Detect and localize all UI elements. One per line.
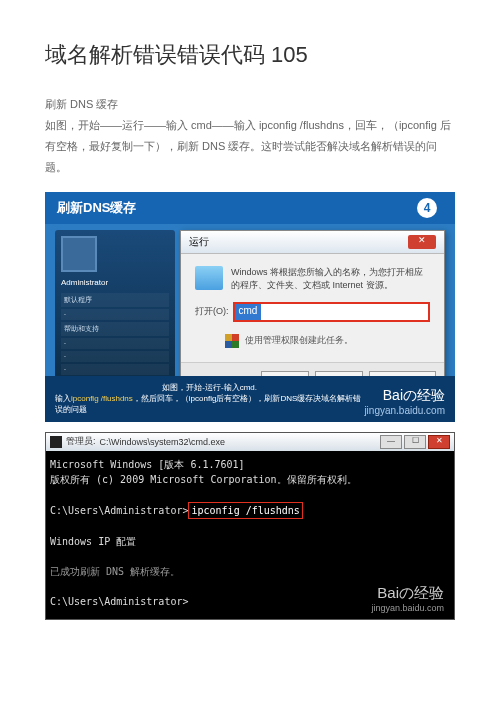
cmd-icon (50, 436, 62, 448)
username-label: Administrator (55, 278, 175, 291)
menu-item: · (61, 364, 169, 375)
run-dialog: 运行 ✕ Windows 将根据您所输入的名称，为您打开相应的程序、文件夹、文档… (180, 230, 445, 401)
cmd-titlebar-path: C:\Windows\system32\cmd.exe (100, 437, 226, 447)
run-icon (195, 266, 223, 290)
watermark: Baiの经验 jingyan.baidu.com (364, 387, 445, 416)
page-title: 域名解析错误错误代码 105 (45, 40, 455, 70)
minimize-button: — (380, 435, 402, 449)
start-menu: Administrator 默认程序 · 帮助和支持 · · · · 运行... (55, 230, 175, 380)
menu-item: 帮助和支持 (61, 322, 169, 336)
open-label: 打开(O): (195, 305, 229, 318)
screenshot-run-dialog: 刷新DNS缓存 4 Administrator 默认程序 · 帮助和支持 · ·… (45, 192, 455, 422)
section-heading: 刷新 DNS 缓存 (45, 94, 455, 115)
admin-task-label: 使用管理权限创建此任务。 (245, 334, 353, 347)
cmd-titlebar-prefix: 管理员: (66, 435, 96, 448)
shield-icon (225, 334, 239, 348)
close-button: ✕ (428, 435, 450, 449)
caption-text: 如图，开始-运行-输入cmd. 输入ipconfig /flushdns，然后回… (55, 382, 364, 416)
run-dialog-title: 运行 (189, 235, 209, 249)
screenshot-cmd: 管理员: C:\Windows\system32\cmd.exe — ☐ ✕ M… (45, 432, 455, 620)
menu-item: 默认程序 (61, 293, 169, 307)
close-icon: ✕ (408, 235, 436, 249)
menu-item: · (61, 338, 169, 349)
maximize-button: ☐ (404, 435, 426, 449)
run-input: cmd (233, 302, 431, 322)
command-highlight: ipconfig /flushdns (188, 502, 302, 519)
run-description: Windows 将根据您所输入的名称，为您打开相应的程序、文件夹、文档或 Int… (231, 266, 430, 292)
run-input-value: cmd (235, 304, 262, 320)
menu-item: · (61, 309, 169, 320)
watermark: Baiの经验 jingyan.baidu.com (371, 584, 444, 613)
step-number: 4 (417, 198, 437, 218)
body-paragraph: 如图，开始——运行——输入 cmd——输入 ipconfig /flushdns… (45, 115, 455, 178)
menu-item: · (61, 351, 169, 362)
user-avatar (61, 236, 97, 272)
banner-title: 刷新DNS缓存 (57, 199, 136, 217)
